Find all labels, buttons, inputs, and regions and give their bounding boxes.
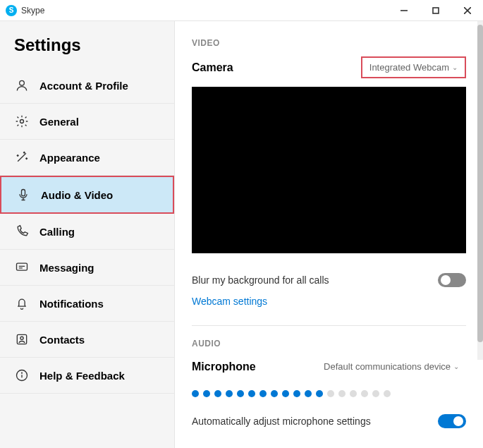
auto-adjust-mic-toggle[interactable] <box>438 414 466 428</box>
phone-icon <box>14 224 30 239</box>
sidebar-item-label: Account & Profile <box>39 80 128 92</box>
sidebar-item-label: Appearance <box>39 152 100 164</box>
person-icon <box>14 78 30 93</box>
toggle-knob <box>453 416 463 426</box>
level-dot <box>226 390 233 397</box>
level-dot <box>384 390 391 397</box>
level-dot <box>214 390 221 397</box>
sidebar-item-label: Messaging <box>39 262 94 274</box>
microphone-selected-value: Default communications device <box>324 361 451 372</box>
window-controls <box>388 0 483 21</box>
info-icon <box>14 368 30 383</box>
blur-background-label: Blur my background for all calls <box>192 274 329 286</box>
level-dot <box>372 390 379 397</box>
sidebar-item-appearance[interactable]: Appearance <box>0 140 174 176</box>
sidebar-item-label: General <box>39 116 79 128</box>
bell-icon <box>14 296 30 311</box>
minimize-button[interactable] <box>388 0 420 21</box>
level-dot <box>271 390 278 397</box>
blur-background-toggle[interactable] <box>438 273 466 287</box>
svg-rect-7 <box>17 263 27 270</box>
sidebar-title: Settings <box>0 35 174 68</box>
sidebar-item-account-profile[interactable]: Account & Profile <box>0 68 174 104</box>
level-dot <box>305 390 312 397</box>
wand-icon <box>14 150 30 165</box>
camera-selected-value: Integrated Webcam <box>369 62 449 73</box>
svg-point-9 <box>20 337 23 339</box>
level-dot <box>338 390 346 397</box>
scrollbar-track[interactable] <box>477 21 483 360</box>
sidebar-item-general[interactable]: General <box>0 104 174 140</box>
settings-sidebar: Settings Account & Profile General Appea… <box>0 21 175 448</box>
sidebar-item-label: Audio & Video <box>41 189 113 201</box>
level-dot <box>192 390 199 397</box>
level-dot <box>316 390 323 397</box>
close-button[interactable] <box>451 0 483 21</box>
sidebar-item-label: Notifications <box>39 298 104 310</box>
level-dot <box>361 390 368 397</box>
scrollbar-thumb[interactable] <box>477 25 483 342</box>
auto-adjust-mic-label: Automatically adjust microphone settings <box>192 416 371 427</box>
svg-point-4 <box>20 80 25 85</box>
sidebar-item-audio-video[interactable]: Audio & Video <box>0 176 174 214</box>
webcam-settings-link[interactable]: Webcam settings <box>192 291 267 318</box>
toggle-knob <box>441 275 451 285</box>
svg-rect-6 <box>22 190 25 196</box>
sidebar-item-notifications[interactable]: Notifications <box>0 286 174 322</box>
level-dot <box>203 390 210 397</box>
camera-preview <box>192 87 466 253</box>
sidebar-item-messaging[interactable]: Messaging <box>0 250 174 286</box>
window-title: Skype <box>21 6 44 16</box>
microphone-label: Microphone <box>192 361 256 373</box>
divider <box>192 325 466 326</box>
level-dot <box>282 390 289 397</box>
main-panel: VIDEO Camera Integrated Webcam ⌄ Blur my… <box>175 21 483 448</box>
gear-icon <box>14 114 30 129</box>
level-dot <box>327 390 334 397</box>
chevron-down-icon: ⌄ <box>453 363 459 370</box>
level-dot <box>293 390 300 397</box>
sidebar-item-help-feedback[interactable]: Help & Feedback <box>0 358 174 394</box>
skype-logo-icon: S <box>6 5 17 16</box>
sidebar-item-contacts[interactable]: Contacts <box>0 322 174 358</box>
sidebar-item-label: Calling <box>39 226 75 238</box>
contacts-icon <box>14 332 30 347</box>
titlebar: S Skype <box>0 0 483 21</box>
sidebar-item-label: Help & Feedback <box>39 370 125 382</box>
svg-point-5 <box>20 120 24 123</box>
titlebar-left: S Skype <box>0 5 44 16</box>
microphone-dropdown[interactable]: Default communications device ⌄ <box>317 357 466 376</box>
sidebar-item-label: Contacts <box>39 334 85 346</box>
camera-label: Camera <box>192 61 233 74</box>
level-dot <box>248 390 255 397</box>
level-dot <box>237 390 244 397</box>
sidebar-item-calling[interactable]: Calling <box>0 214 174 250</box>
microphone-icon <box>16 187 31 202</box>
chat-icon <box>14 260 30 275</box>
video-section-label: VIDEO <box>192 38 466 48</box>
chevron-down-icon: ⌄ <box>452 63 458 71</box>
maximize-button[interactable] <box>420 0 451 21</box>
level-dot <box>259 390 267 397</box>
microphone-level-meter <box>192 385 466 410</box>
svg-rect-1 <box>433 8 439 13</box>
camera-dropdown[interactable]: Integrated Webcam ⌄ <box>361 56 466 78</box>
svg-point-12 <box>22 373 23 373</box>
audio-section-label: AUDIO <box>192 339 466 349</box>
level-dot <box>350 390 357 397</box>
